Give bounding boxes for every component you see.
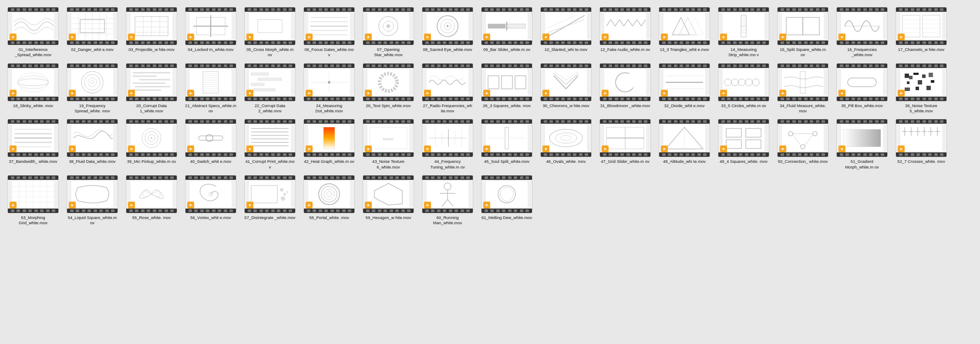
play-badge[interactable] bbox=[128, 90, 135, 97]
play-badge[interactable] bbox=[602, 145, 609, 152]
play-badge[interactable] bbox=[10, 34, 17, 40]
file-item[interactable]: 30_Chevrons_w hite.mov bbox=[538, 63, 594, 114]
file-item[interactable]: 06_Focus Gates_white.mo v bbox=[301, 7, 357, 58]
file-item[interactable]: 21_Abstract Specs_white.m ov bbox=[183, 63, 239, 114]
file-item[interactable]: 36_Noise Texture 5_white.mov bbox=[893, 63, 949, 114]
play-badge[interactable] bbox=[365, 145, 372, 152]
file-item[interactable]: 35_Pill Box_white.mov bbox=[834, 63, 890, 114]
play-badge[interactable] bbox=[69, 202, 76, 209]
play-badge[interactable] bbox=[246, 202, 253, 209]
file-item[interactable]: 59_Hexagon_w hite.mov bbox=[360, 175, 416, 226]
file-item[interactable]: 04_Locked In_white.mov bbox=[183, 7, 239, 58]
play-badge[interactable] bbox=[898, 34, 905, 40]
play-badge[interactable] bbox=[306, 34, 313, 40]
play-badge[interactable] bbox=[483, 145, 490, 152]
play-badge[interactable] bbox=[779, 34, 786, 40]
file-item[interactable]: 32_Divide_whit e.mov bbox=[657, 63, 712, 114]
play-badge[interactable] bbox=[128, 202, 135, 209]
file-item[interactable]: 24_Measuring Dot_white.mov bbox=[301, 63, 357, 114]
play-badge[interactable] bbox=[898, 145, 905, 152]
file-item[interactable]: 14_Measuring Strip_white.mo v bbox=[716, 7, 771, 58]
play-badge[interactable] bbox=[365, 34, 372, 40]
file-item[interactable]: 61_Melting Dew_white.mov bbox=[479, 175, 535, 226]
file-item[interactable]: 40_Switch_whit e.mov bbox=[183, 119, 239, 170]
file-item[interactable]: 44_Frequency Tuning_white.m ov bbox=[420, 119, 475, 170]
file-item[interactable]: 20_Corrupt Data 1_white.mov bbox=[124, 63, 179, 114]
play-badge[interactable] bbox=[839, 90, 845, 97]
play-badge[interactable] bbox=[306, 202, 313, 209]
file-item[interactable]: 47_Grid Slider_white.m ov bbox=[597, 119, 653, 170]
file-item[interactable]: 28_3 Squares_white. mov bbox=[479, 63, 535, 114]
play-badge[interactable] bbox=[661, 145, 668, 152]
play-badge[interactable] bbox=[424, 145, 431, 152]
play-badge[interactable] bbox=[720, 90, 727, 97]
file-item[interactable]: 13_3 Triangles_whit e.mov bbox=[657, 7, 712, 58]
play-badge[interactable] bbox=[10, 90, 17, 97]
play-badge[interactable] bbox=[839, 34, 845, 40]
play-badge[interactable] bbox=[69, 90, 76, 97]
file-item[interactable]: 09_Bar Slider_white.m ov bbox=[479, 7, 535, 58]
play-badge[interactable] bbox=[187, 145, 194, 152]
file-item[interactable]: 42_Heat Graph_white.m ov bbox=[301, 119, 357, 170]
file-item[interactable]: 57_Disintegrate _white.mov bbox=[242, 175, 298, 226]
file-item[interactable]: 22_Corrupt Data 2_white.mov bbox=[242, 63, 298, 114]
file-item[interactable]: 50_Connection_ white.mov bbox=[775, 119, 831, 170]
file-item[interactable]: 16_Frequencies _white.mov bbox=[834, 7, 890, 58]
file-item[interactable]: 05_Cross Morph_white.m ov bbox=[242, 7, 298, 58]
play-badge[interactable] bbox=[779, 145, 786, 152]
play-badge[interactable] bbox=[69, 145, 76, 152]
play-badge[interactable] bbox=[424, 202, 431, 209]
play-badge[interactable] bbox=[602, 90, 609, 97]
play-badge[interactable] bbox=[542, 34, 549, 40]
file-item[interactable]: 31_Bloodmoon _white.mov bbox=[597, 63, 653, 114]
file-item[interactable]: 54_Liquid Square_white.m ov bbox=[64, 175, 120, 226]
play-badge[interactable] bbox=[306, 90, 313, 97]
file-item[interactable]: 46_Ovals_white. mov bbox=[538, 119, 594, 170]
file-item[interactable]: 19_Frequency Spread_white. mov bbox=[64, 63, 120, 114]
play-badge[interactable] bbox=[365, 202, 372, 209]
play-badge[interactable] bbox=[128, 145, 135, 152]
play-badge[interactable] bbox=[779, 90, 786, 97]
file-item[interactable]: 48_Altitude_whi te.mov bbox=[657, 119, 712, 170]
file-item[interactable]: 01_Interference _Spread_white.mov bbox=[5, 7, 61, 58]
file-item[interactable]: 45_Soul Split_white.mov bbox=[479, 119, 535, 170]
file-item[interactable]: 07_Opening Star_white.mov bbox=[360, 7, 416, 58]
file-item[interactable]: 08_Sacred Eye_white.mov bbox=[420, 7, 475, 58]
play-badge[interactable] bbox=[424, 90, 431, 97]
play-badge[interactable] bbox=[246, 90, 253, 97]
file-item[interactable]: 15_Split Square_white.m ov bbox=[775, 7, 831, 58]
file-item[interactable]: 10_Slanted_whi te.mov bbox=[538, 7, 594, 58]
file-item[interactable]: 38_Fluid Data_white.mov bbox=[64, 119, 120, 170]
play-badge[interactable] bbox=[839, 145, 845, 152]
file-item[interactable]: 37_Bandwidth_ white.mov bbox=[5, 119, 61, 170]
file-item[interactable]: 49_4 Squares_white. mov bbox=[716, 119, 771, 170]
file-item[interactable]: 02_Danger_whit e.mov bbox=[64, 7, 120, 58]
play-badge[interactable] bbox=[10, 202, 17, 209]
play-badge[interactable] bbox=[720, 34, 727, 40]
play-badge[interactable] bbox=[187, 34, 194, 40]
play-badge[interactable] bbox=[542, 145, 549, 152]
file-item[interactable]: 56_Vortex_whit e.mov bbox=[183, 175, 239, 226]
file-item[interactable]: 03_Projectile_w hite.mov bbox=[124, 7, 179, 58]
file-item[interactable]: 18_Slinky_white .mov bbox=[5, 63, 61, 114]
play-badge[interactable] bbox=[720, 145, 727, 152]
file-item[interactable]: 55_Rose_white. mov bbox=[124, 175, 179, 226]
play-badge[interactable] bbox=[187, 202, 194, 209]
play-badge[interactable] bbox=[306, 145, 313, 152]
file-item[interactable]: 17_Channels_w hite.mov bbox=[893, 7, 949, 58]
play-badge[interactable] bbox=[246, 145, 253, 152]
file-item[interactable]: 26_Text Spin_white.mov bbox=[360, 63, 416, 114]
play-badge[interactable] bbox=[602, 34, 609, 40]
file-item[interactable]: 33_5 Circles_white.m ov bbox=[716, 63, 771, 114]
file-item[interactable]: 53_Morphing Grid_white.mov bbox=[5, 175, 61, 226]
play-badge[interactable] bbox=[365, 90, 372, 97]
file-item[interactable]: 12_Fake Audio_white.m ov bbox=[597, 7, 653, 58]
play-badge[interactable] bbox=[424, 34, 431, 40]
play-badge[interactable] bbox=[128, 34, 135, 40]
file-item[interactable]: 60_Running Man_white.mov bbox=[420, 175, 475, 226]
play-badge[interactable] bbox=[483, 34, 490, 40]
play-badge[interactable] bbox=[661, 34, 668, 40]
file-item[interactable]: 27_Radio Frequencies_wh ite.mov bbox=[420, 63, 475, 114]
file-item[interactable]: 52_7 Crosses_white. mov bbox=[893, 119, 949, 170]
file-item[interactable]: NOISE43_Noise Texture 6_white.mov bbox=[360, 119, 416, 170]
